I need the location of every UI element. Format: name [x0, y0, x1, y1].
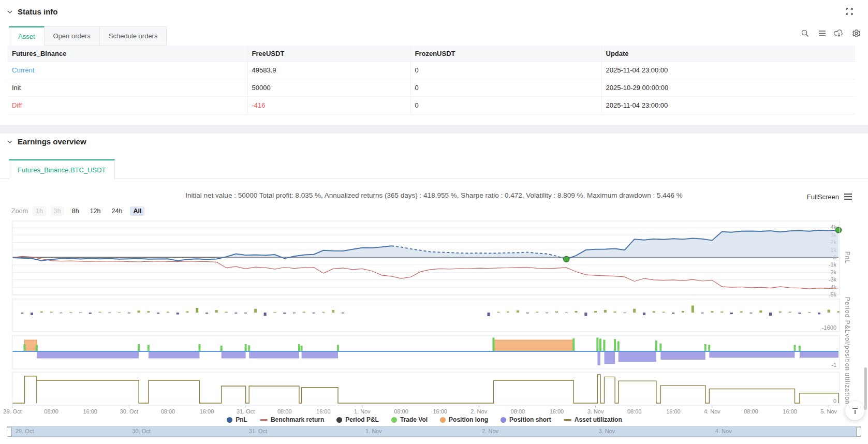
legend-item-position-long[interactable]: Position long	[440, 416, 488, 423]
navigator-label: 3. Nov	[599, 428, 615, 434]
legend-item-pnl[interactable]: PnL	[227, 416, 247, 423]
scrollbar-thumb[interactable]	[864, 367, 867, 410]
svg-text:08:00: 08:00	[161, 408, 175, 415]
svg-text:08:00: 08:00	[277, 408, 292, 415]
table-toolbar	[800, 28, 861, 38]
navigator-label: 1. Nov	[365, 428, 382, 434]
chevron-down-icon	[7, 9, 13, 15]
svg-text:16:00: 16:00	[316, 408, 331, 415]
legend-label: Position short	[509, 416, 551, 423]
cell-value: 2025-10-29 00:00:00	[601, 79, 855, 97]
legend-item-position-short[interactable]: Position short	[501, 416, 551, 423]
fullscreen-control: FullScreen	[807, 192, 852, 201]
earnings-title: Earnings overview	[18, 137, 86, 146]
line-marker	[260, 419, 268, 421]
circle-marker	[391, 417, 397, 423]
tab-asset[interactable]: Asset	[9, 26, 45, 46]
svg-text:-5k: -5k	[829, 291, 837, 298]
legend-label: Benchmark return	[271, 416, 324, 423]
fullscreen-button[interactable]: FullScreen	[807, 193, 839, 201]
status-info-title: Status info	[18, 7, 58, 16]
cell-value: 49583.9	[247, 62, 410, 79]
legend-item-period-p&l[interactable]: Period P&L	[336, 416, 379, 423]
expand-icon[interactable]	[845, 7, 854, 16]
section-divider	[0, 125, 868, 134]
tab-underline	[0, 178, 868, 179]
chevron-down-icon	[7, 139, 13, 145]
table-row: Diff-41602025-11-04 23:00:00	[8, 97, 855, 114]
navigator-label: 29. Oct	[16, 428, 34, 434]
cell-value: 2025-11-04 23:00:00	[601, 62, 855, 79]
navigator-label: 2. Nov	[482, 428, 498, 434]
table-row: Init5000002025-10-29 00:00:00	[8, 79, 855, 97]
navigator-left-handle[interactable]	[7, 427, 12, 437]
search-icon[interactable]	[800, 28, 810, 38]
legend-item-benchmark-return[interactable]: Benchmark return	[260, 416, 324, 423]
axis-title-period-pnl: Period P&L	[844, 297, 851, 334]
zoom-option-8h[interactable]: 8h	[69, 206, 82, 216]
svg-text:3. Nov: 3. Nov	[587, 408, 604, 415]
navigator-label: 30. Oct	[132, 428, 150, 434]
svg-text:-1k: -1k	[829, 261, 837, 268]
svg-text:31. Oct: 31. Oct	[237, 408, 255, 415]
legend-label: Position long	[449, 416, 488, 423]
svg-text:2. Nov: 2. Nov	[470, 408, 487, 415]
table-header-row: Futures_BinanceFreeUSDTFrozenUSDTUpdate	[8, 46, 855, 62]
svg-text:-1600: -1600	[822, 324, 836, 331]
status-tabbar: AssetOpen ordersSchedule orders	[9, 26, 167, 46]
navigator-label: 31. Oct	[249, 428, 267, 434]
svg-text:1. Nov: 1. Nov	[354, 408, 371, 415]
cloud-download-icon[interactable]	[834, 28, 844, 38]
circle-marker	[336, 417, 342, 423]
status-info-card: Status info AssetOpen ordersSchedule ord…	[0, 0, 868, 125]
row-label: Init	[8, 79, 247, 97]
zoom-option-1h: 1h	[33, 206, 46, 216]
circle-marker	[501, 417, 506, 423]
svg-text:08:00: 08:00	[744, 408, 758, 415]
navigator-label: 4. Nov	[715, 428, 732, 434]
zoom-option-all[interactable]: All	[130, 206, 144, 216]
svg-text:-4k: -4k	[829, 284, 837, 290]
legend-item-trade-vol[interactable]: Trade Vol	[391, 416, 428, 423]
tab-futures-binance-btc-usdt[interactable]: Futures_Binance.BTC_USDT	[9, 159, 115, 180]
line-marker	[564, 419, 571, 421]
tab-schedule-orders[interactable]: Schedule orders	[100, 26, 167, 46]
cell-value: 2025-11-04 23:00:00	[601, 97, 855, 114]
cell-value: 0	[410, 79, 601, 97]
axis-title-pnl: PnL	[844, 251, 851, 264]
tab-open-orders[interactable]: Open orders	[45, 26, 100, 46]
axis-title-vol-position: vol/position	[844, 334, 851, 371]
svg-text:16:00: 16:00	[83, 408, 97, 415]
svg-text:16:00: 16:00	[200, 408, 214, 415]
svg-text:16:00: 16:00	[666, 408, 681, 415]
list-icon[interactable]	[817, 28, 827, 38]
legend-item-asset-utilization[interactable]: Asset utilization	[564, 416, 622, 423]
svg-text:4. Nov: 4. Nov	[704, 408, 720, 415]
row-label[interactable]: Current	[8, 62, 247, 79]
cell-value: 0	[410, 62, 601, 79]
status-info-header[interactable]: Status info	[7, 7, 58, 16]
navigator-right-handle[interactable]	[856, 427, 861, 437]
table-body: Current49583.902025-11-04 23:00:00Init50…	[8, 62, 855, 114]
svg-text:-2k: -2k	[829, 269, 837, 275]
zoom-controls: Zoom 1h3h8h12h24hAll	[11, 206, 144, 216]
svg-text:08:00: 08:00	[511, 408, 525, 415]
circle-marker	[227, 417, 232, 423]
svg-text:0: 0	[833, 398, 836, 404]
zoom-option-12h[interactable]: 12h	[87, 206, 104, 216]
back-to-top-button[interactable]	[845, 401, 864, 420]
earnings-header[interactable]: Earnings overview	[7, 137, 86, 146]
column-header: FrozenUSDT	[410, 46, 601, 62]
chart-menu-icon[interactable]	[843, 192, 852, 201]
svg-text:08:00: 08:00	[44, 408, 58, 415]
row-label: Diff	[8, 97, 247, 114]
chart-navigator[interactable]: 29. Oct30. Oct31. Oct1. Nov2. Nov3. Nov4…	[7, 426, 861, 437]
legend-label: Asset utilization	[575, 416, 622, 423]
svg-text:08:00: 08:00	[627, 408, 642, 415]
zoom-option-24h[interactable]: 24h	[109, 206, 126, 216]
earnings-chart[interactable]: 4k3k2k1k0-1k-2k-3k-4k-5k-1600-1029. Oct0…	[0, 219, 868, 426]
settings-icon[interactable]	[851, 28, 861, 38]
performance-summary: Initial net value : 50000 Total profit: …	[0, 191, 868, 199]
cell-value: -416	[247, 97, 410, 114]
axis-title-utilization: utilization	[844, 373, 851, 404]
